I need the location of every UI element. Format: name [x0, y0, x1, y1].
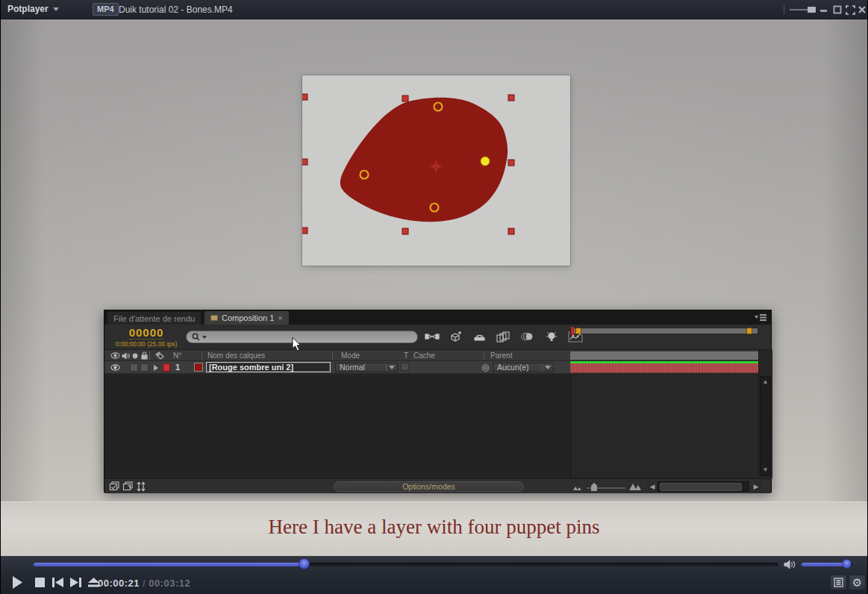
gear-icon: ⚙	[852, 576, 862, 590]
tab-render-queue[interactable]: File d'attente de rendu	[107, 312, 201, 325]
chevron-down-icon	[545, 366, 551, 369]
switch-box[interactable]	[140, 363, 149, 372]
track-matte-box[interactable]	[401, 363, 409, 371]
frame-blend-icon[interactable]	[495, 329, 512, 344]
maximize-icon	[833, 5, 842, 14]
column-layer-name[interactable]: Nom des calques	[207, 351, 265, 360]
maximize-button[interactable]	[832, 4, 843, 15]
minimize-button[interactable]	[819, 4, 829, 15]
stop-icon	[35, 578, 45, 587]
play-button[interactable]	[10, 576, 25, 589]
column-number[interactable]: N°	[173, 351, 181, 360]
settings-button[interactable]: ⚙	[849, 575, 866, 590]
playlist-icon	[834, 578, 843, 587]
parent-select[interactable]: Aucun(e)	[493, 363, 554, 372]
stop-button[interactable]	[32, 576, 47, 589]
tab-close-icon[interactable]: ×	[278, 314, 282, 322]
column-t[interactable]: T	[404, 351, 408, 360]
caption-band: Here I have a layer with four puppet pin…	[1, 501, 867, 556]
time-separator: /	[140, 578, 149, 589]
lock-column-icon[interactable]	[141, 351, 148, 360]
timeline-empty-area	[570, 374, 758, 478]
layer-color-swatch[interactable]	[194, 363, 203, 372]
window-title: Duik tutorial 02 - Bones.MP4	[119, 4, 233, 15]
potplayer-window: Potplayer MP4 Duik tutorial 02 - Bones.M…	[0, 0, 868, 594]
previous-button[interactable]	[50, 576, 65, 589]
comp-flowchart-icon[interactable]	[423, 329, 440, 344]
vertical-scrollbar[interactable]: ▲ ▼	[760, 376, 771, 476]
horizontal-scrollbar-thumb[interactable]	[660, 483, 742, 491]
work-area-end-handle[interactable]	[746, 328, 752, 334]
column-cache[interactable]: Cache	[413, 351, 435, 360]
pick-whip-icon[interactable]: ◎	[481, 362, 489, 372]
brainstorm-icon[interactable]	[543, 329, 560, 344]
fullscreen-icon	[846, 5, 855, 15]
expander-icon[interactable]	[154, 365, 158, 371]
seek-bar[interactable]	[34, 563, 778, 566]
puppet-pin-selected	[481, 157, 490, 166]
titlebar: Potplayer MP4 Duik tutorial 02 - Bones.M…	[1, 0, 867, 19]
options-modes-button[interactable]: Options/modes	[334, 481, 524, 492]
tab-label: Composition 1	[222, 313, 274, 322]
volume-icon[interactable]	[784, 560, 798, 569]
timecode-detail: 0:00:00:00 (25.00 ips)	[104, 340, 188, 348]
work-area-bar[interactable]	[570, 328, 758, 334]
shy-icon[interactable]	[471, 329, 488, 344]
label-column-icon[interactable]	[155, 351, 165, 360]
tab-composition-1[interactable]: Composition 1 ×	[204, 311, 289, 325]
timeline-bottom-bar: Options/modes ◀ ▶	[104, 478, 771, 493]
scroll-left-icon[interactable]: ◀	[647, 481, 658, 492]
video-display[interactable]: File d'attente de rendu Composition 1 × …	[1, 19, 867, 556]
column-mode[interactable]: Mode	[341, 351, 360, 360]
layer-duration-bar[interactable]	[570, 363, 758, 373]
current-time-indicator[interactable]	[571, 327, 574, 335]
composition-icon	[210, 315, 218, 321]
titlebar-slider-handle[interactable]	[808, 7, 816, 13]
close-button[interactable]	[857, 4, 867, 15]
previous-icon	[52, 578, 63, 587]
expand-transfer-controls-icon[interactable]	[122, 481, 134, 492]
total-time: 00:03:12	[149, 578, 190, 589]
motion-blur-icon[interactable]	[519, 329, 536, 344]
panel-menu-icon	[754, 313, 767, 322]
switch-box[interactable]	[130, 363, 138, 372]
panel-menu-button[interactable]	[754, 313, 767, 322]
expand-in-out-icon[interactable]	[137, 481, 146, 492]
eye-icon[interactable]	[110, 364, 120, 371]
timeline-icon-row	[423, 329, 584, 344]
audio-column-icon[interactable]	[122, 352, 130, 360]
chevron-down-icon	[53, 7, 59, 11]
layer-name-field[interactable]: [Rouge sombre uni 2]	[206, 362, 331, 372]
column-parent[interactable]: Parent	[490, 351, 512, 360]
tab-label: File d'attente de rendu	[113, 314, 195, 323]
solo-column-icon[interactable]	[132, 353, 138, 359]
app-menu-button[interactable]: Potplayer	[7, 4, 59, 14]
live-update-icon[interactable]	[447, 329, 464, 344]
ae-timeline-panel: File d'attente de rendu Composition 1 × …	[104, 310, 772, 493]
timecode-display[interactable]: 00000	[109, 327, 184, 338]
seek-handle[interactable]	[299, 558, 310, 569]
layer-index: 1	[175, 363, 180, 372]
layer-list-empty-area	[104, 374, 570, 478]
next-button[interactable]	[68, 576, 83, 589]
expand-layer-switches-icon[interactable]	[109, 481, 120, 492]
eye-column-icon[interactable]	[110, 352, 120, 359]
column-header-row: N° Nom des calques Mode T Cache Parent	[104, 350, 771, 361]
panel-tabbar: File d'attente de rendu Composition 1 ×	[104, 310, 771, 325]
scroll-down-icon[interactable]: ▼	[761, 467, 770, 473]
scroll-right-icon[interactable]: ▶	[751, 481, 761, 492]
volume-fill	[802, 563, 846, 566]
label-color-chip[interactable]	[163, 363, 170, 372]
work-area-start-handle[interactable]	[575, 328, 581, 334]
scroll-up-icon[interactable]: ▲	[761, 379, 770, 385]
search-icon	[192, 333, 200, 341]
fullscreen-button[interactable]	[845, 4, 855, 15]
zoom-out-icon[interactable]	[573, 485, 582, 490]
playlist-button[interactable]	[830, 575, 847, 590]
search-dropdown-icon[interactable]	[202, 336, 207, 339]
volume-handle[interactable]	[842, 559, 852, 569]
blend-mode-select[interactable]: Normal	[335, 363, 398, 372]
timeline-zoom-handle[interactable]	[591, 483, 597, 491]
layer-row[interactable]: 1 [Rouge sombre uni 2] Normal ◎ Aucun(e)	[104, 361, 771, 374]
zoom-in-icon[interactable]	[629, 483, 642, 490]
